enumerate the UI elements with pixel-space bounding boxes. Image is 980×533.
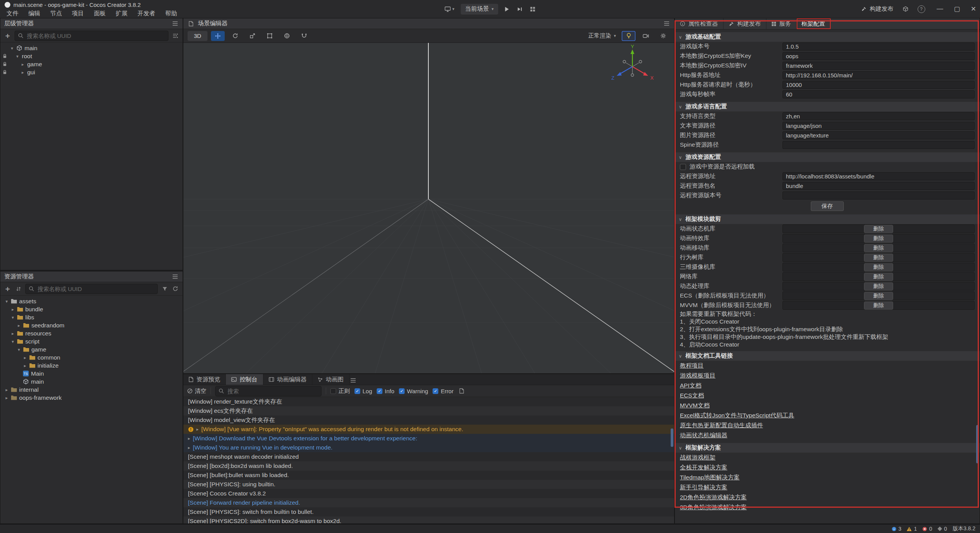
menu-item[interactable]: 节点 [45,10,67,18]
asset-node[interactable]: main [0,378,183,386]
scene-settings-button[interactable] [656,31,670,41]
console-line[interactable]: [Scene] [PHYSICS]: using builtin. [183,480,674,489]
doc-link[interactable]: MVVM文档 [675,401,715,410]
menu-item[interactable]: 文件 [2,10,23,18]
chevron-right-icon[interactable]: ▸ [20,70,26,75]
section-header[interactable]: ∨游戏资源配置 [675,152,980,162]
asset-node[interactable]: ▾libs [0,313,183,321]
scene-select-dropdown[interactable]: 当前场景▾ [461,4,498,15]
console-line[interactable]: [Scene] [bullet]:bullet wasm lib loaded. [183,471,674,480]
console-line[interactable]: [Scene] Cocos Creator v3.8.2 [183,489,674,498]
menu-item[interactable]: 扩展 [111,10,132,18]
console-scrollbar[interactable] [671,428,673,447]
delete-button[interactable]: 删除 [864,263,893,271]
preview-target-button[interactable]: ▾ [443,7,456,12]
property-input[interactable] [782,90,975,98]
delete-button[interactable]: 删除 [864,225,893,233]
gizmo-z-label[interactable]: Z [611,75,614,81]
chevron-right-icon[interactable]: ▸ [20,62,26,67]
projection-3d-button[interactable]: 3D [188,31,207,41]
hierarchy-type-filter-icon[interactable] [172,31,179,40]
delete-button[interactable]: 删除 [864,234,893,242]
asset-node[interactable]: ▸internal [0,386,183,394]
lock-icon[interactable] [0,70,9,75]
console-line[interactable]: [Window] ecs文件夹存在 [183,406,674,415]
asset-node[interactable]: ▸seedrandom [0,321,183,329]
scale-tool-button[interactable] [245,31,259,41]
assets-add-button[interactable]: + [4,284,11,293]
property-input[interactable] [782,62,975,70]
console-line[interactable]: ▸[Window] [Vue warn]: Property "onInput"… [183,425,674,434]
inspector-tab[interactable]: 属性检查器 [675,18,724,29]
property-input[interactable] [782,141,975,149]
doc-link[interactable]: 动画状态机编辑器 [675,430,732,440]
delete-button[interactable]: 删除 [864,273,893,281]
doc-link[interactable]: 全栈开发解决方案 [675,463,732,473]
chevron-down-icon[interactable]: ▾ [10,339,16,344]
property-input[interactable] [782,81,975,89]
console-line[interactable]: [Scene] meshopt wasm decoder initialized [183,452,674,461]
menu-item[interactable]: 帮助 [160,10,182,18]
gizmo-x-label[interactable]: X [650,75,654,81]
section-header[interactable]: ∨游戏多语言配置 [675,102,980,111]
console-line[interactable]: [Window] render_texture文件夹存在 [183,397,674,406]
assets-sort-icon[interactable] [15,284,22,293]
inspector-scrollbar[interactable] [976,425,979,463]
close-button[interactable]: ✕ [971,5,976,13]
chevron-down-icon[interactable]: ▾ [10,315,16,320]
move-tool-button[interactable] [211,31,225,41]
property-input[interactable] [782,71,975,79]
rotate-tool-button[interactable] [228,31,242,41]
status-error[interactable]: 0 [922,526,932,532]
status-info[interactable]: 3 [892,526,902,532]
asset-node[interactable]: ▾game [0,345,183,353]
filter-log-checkbox[interactable]: ✓Log [354,388,372,394]
asset-node[interactable]: ▸oops-framework [0,394,183,402]
scene-camera-button[interactable] [639,31,653,41]
chevron-right-icon[interactable]: ▸ [22,363,28,368]
console-search-input[interactable] [215,386,322,396]
chevron-right-icon[interactable]: ▸ [10,331,16,336]
chevron-right-icon[interactable]: ▸ [22,355,28,360]
snap-tool-button[interactable] [297,31,311,41]
doc-link[interactable]: 游戏模板项目 [675,371,720,381]
asset-node[interactable]: ▾assets [0,297,183,305]
filter-error-checkbox[interactable]: ✓Error [433,388,453,394]
expand-caret-icon[interactable]: ▸ [196,427,199,432]
console-tab[interactable]: 控制台 [226,374,263,385]
inspector-tab[interactable]: 构建发布 [724,18,766,29]
menu-item[interactable]: 项目 [67,10,89,18]
asset-node[interactable]: ▸initialize [0,361,183,370]
console-line[interactable]: [Scene] [box2d]:box2d wasm lib loaded. [183,461,674,471]
filter-warning-checkbox[interactable]: ✓Warning [399,388,428,394]
regex-checkbox[interactable]: 正则 [330,387,350,395]
asset-node[interactable]: ▸resources [0,329,183,337]
minimize-button[interactable]: — [937,5,943,13]
build-publish-button[interactable]: 构建发布 [861,5,893,13]
section-header[interactable]: ∨游戏基础配置 [675,32,980,42]
asset-node[interactable]: ▸common [0,353,183,361]
doc-link[interactable]: 新手引导解决方案 [675,482,732,492]
property-input[interactable] [782,172,975,180]
hierarchy-node[interactable]: ▾main [0,44,183,52]
doc-link[interactable]: 战棋游戏框架 [675,453,720,463]
gizmo-y-label[interactable]: Y [631,44,634,49]
assets-search-input[interactable] [25,284,158,294]
export-log-icon[interactable] [458,387,466,395]
delete-button[interactable]: 删除 [864,292,893,300]
save-button[interactable]: 保存 [811,201,844,211]
console-clear-button[interactable]: 清空 [187,387,206,395]
doc-link[interactable]: 教程项目 [675,361,709,371]
delete-button[interactable]: 删除 [864,253,893,262]
world-space-button[interactable] [280,31,294,41]
assets-refresh-icon[interactable] [172,284,179,293]
property-input[interactable] [782,43,975,51]
filter-info-checkbox[interactable]: ✓Info [377,388,394,394]
chevron-right-icon[interactable]: ▸ [16,323,22,328]
doc-link[interactable]: Excel格式转Json文件与TypeScript代码工具 [675,410,799,420]
layout-button[interactable] [529,7,537,12]
asset-node[interactable]: ▸bundle [0,305,183,313]
scene-viewport[interactable]: Y X Z [183,43,674,373]
console-line[interactable]: [Scene] Forward render pipeline initiali… [183,498,674,507]
menu-item[interactable]: 编辑 [23,10,45,18]
